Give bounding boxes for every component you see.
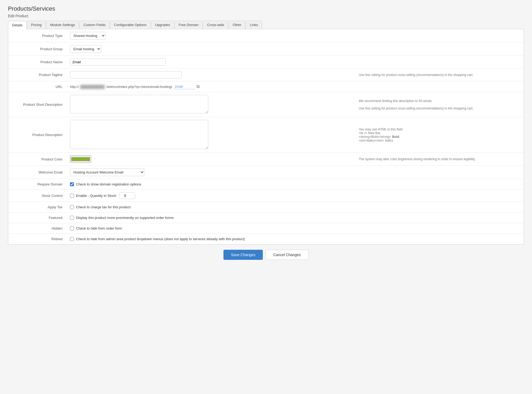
tab-upgrades[interactable]: Upgrades: [151, 21, 174, 29]
featured-row: Featured Display this product more promi…: [8, 213, 524, 223]
short-desc-help2: Use this setting for product cross-selli…: [359, 107, 473, 110]
apply-tax-row: Apply Tax Check to charge tax for this p…: [8, 202, 524, 213]
product-desc-label: Product Description: [8, 117, 67, 153]
welcome-email-label: Welcome Email: [8, 166, 67, 179]
retired-checkbox-label[interactable]: Check to hide from admin area product dr…: [70, 237, 521, 241]
product-desc-cell: [67, 117, 355, 153]
hidden-row: Hidden Check to hide from order form: [8, 223, 524, 234]
product-desc-textarea[interactable]: [70, 120, 208, 149]
tab-details[interactable]: Details: [8, 21, 27, 29]
product-desc-help4: <em>Italics</em> Italics: [359, 139, 393, 142]
product-type-cell: Shared Hosting Reseller Hosting Server/V…: [67, 29, 355, 43]
tabs-bar: Details Pricing Module Settings Custom F…: [8, 21, 524, 29]
retired-row: Retired Check to hide from admin area pr…: [8, 234, 524, 244]
stock-qty-input[interactable]: [119, 192, 135, 199]
tab-custom-fields[interactable]: Custom Fields: [80, 21, 110, 29]
tab-free-domain[interactable]: Free Domain: [174, 21, 202, 29]
featured-cell: Display this product more prominently on…: [67, 213, 355, 223]
featured-label: Featured: [8, 213, 67, 223]
short-desc-help1: We recommend limiting this description t…: [359, 99, 433, 103]
product-tagline-input[interactable]: [70, 71, 182, 78]
apply-tax-label: Apply Tax: [8, 202, 67, 213]
details-panel: Product Type Shared Hosting Reseller Hos…: [8, 29, 524, 244]
product-group-label: Product Group: [8, 43, 67, 56]
url-path: /whmcs/index.php?rp=/store/email-hosting…: [106, 85, 172, 89]
copy-url-icon[interactable]: ⧉: [197, 84, 200, 89]
welcome-email-row: Welcome Email Hosting Account Welcome Em…: [8, 166, 524, 179]
short-desc-help: We recommend limiting this description t…: [355, 92, 524, 117]
featured-checkbox-label[interactable]: Display this product more prominently on…: [70, 216, 351, 220]
stock-control-cell: Enable - Quantity in Stock:: [67, 190, 355, 202]
featured-text: Display this product more prominently on…: [76, 216, 174, 220]
stock-control-checkbox[interactable]: [70, 194, 74, 198]
footer-actions: Save Changes Cancel Changes: [8, 244, 524, 262]
tab-other[interactable]: Other: [229, 21, 246, 29]
stock-control-label: Stock Control: [8, 190, 67, 202]
page-subtitle: Edit Product: [8, 14, 524, 18]
tab-cross-sells[interactable]: Cross-sells: [203, 21, 228, 29]
product-name-row: Product Name: [8, 56, 524, 69]
product-color-cell: [67, 153, 355, 166]
url-row: URL http:// ██████████ /whmcs/index.php?…: [8, 81, 524, 92]
require-domain-checkbox[interactable]: [70, 182, 74, 186]
short-desc-row: Product Short Description We recommend l…: [8, 92, 524, 117]
url-slug-input[interactable]: zmail: [174, 84, 195, 89]
short-desc-label: Product Short Description: [8, 92, 67, 117]
hidden-checkbox-label[interactable]: Check to hide from order form: [70, 226, 351, 230]
apply-tax-checkbox-label[interactable]: Check to charge tax for this product: [70, 205, 351, 209]
retired-cell: Check to hide from admin area product dr…: [67, 234, 524, 244]
retired-checkbox[interactable]: [70, 237, 74, 241]
hidden-cell: Check to hide from order form: [67, 223, 355, 234]
product-color-label: Product Color: [8, 153, 67, 166]
product-desc-row: Product Description You may use HTML in …: [8, 117, 524, 153]
page-title: Products/Services: [8, 5, 524, 12]
require-domain-row: Require Domain Check to show domain regi…: [8, 179, 524, 190]
form-table: Product Type Shared Hosting Reseller Hos…: [8, 29, 524, 244]
url-cell: http:// ██████████ /whmcs/index.php?rp=/…: [67, 81, 355, 92]
product-group-select[interactable]: Email hosting Web Hosting VPS Hosting: [70, 45, 101, 53]
save-button[interactable]: Save Changes: [223, 250, 263, 260]
stock-control-container: Enable - Quantity in Stock:: [70, 192, 351, 199]
welcome-email-select[interactable]: Hosting Account Welcome Email None Defau…: [70, 168, 144, 176]
url-prefix: http://: [70, 85, 79, 89]
product-type-select[interactable]: Shared Hosting Reseller Hosting Server/V…: [70, 32, 106, 40]
hidden-label: Hidden: [8, 223, 67, 234]
product-color-input[interactable]: [70, 155, 91, 163]
product-color-help: The system may alter color brightness du…: [355, 153, 524, 166]
tab-pricing[interactable]: Pricing: [27, 21, 46, 29]
product-type-row: Product Type Shared Hosting Reseller Hos…: [8, 29, 524, 43]
product-desc-help: You may use HTML in this field <br /> Ne…: [355, 117, 524, 153]
featured-checkbox[interactable]: [70, 216, 74, 220]
product-tagline-help: Use this setting for product cross-selli…: [355, 69, 524, 81]
url-label: URL: [8, 81, 67, 92]
apply-tax-checkbox[interactable]: [70, 205, 74, 209]
short-desc-textarea[interactable]: [70, 95, 208, 113]
tab-module-settings[interactable]: Module Settings: [46, 21, 79, 29]
tab-links[interactable]: Links: [246, 21, 262, 29]
product-name-input[interactable]: [70, 58, 166, 66]
retired-label: Retired: [8, 234, 67, 244]
product-tagline-row: Product Tagline Use this setting for pro…: [8, 69, 524, 81]
require-domain-cell: Check to show domain registration option…: [67, 179, 355, 190]
hidden-checkbox[interactable]: [70, 226, 74, 230]
apply-tax-text: Check to charge tax for this product: [76, 205, 131, 209]
product-desc-help1: You may use HTML in this field: [359, 128, 403, 131]
welcome-email-cell: Hosting Account Welcome Email None Defau…: [67, 166, 355, 179]
url-domain-blurred: ██████████: [80, 85, 105, 89]
tab-configurable-options[interactable]: Configurable Options: [110, 21, 151, 29]
stock-control-row: Stock Control Enable - Quantity in Stock…: [8, 190, 524, 202]
product-tagline-cell: [67, 69, 355, 81]
product-desc-help3: <strong>Bold</strong> Bold: [359, 135, 399, 139]
require-domain-text: Check to show domain registration option…: [76, 182, 141, 186]
product-name-label: Product Name: [8, 56, 67, 69]
url-container: http:// ██████████ /whmcs/index.php?rp=/…: [70, 84, 351, 89]
short-desc-cell: [67, 92, 355, 117]
apply-tax-cell: Check to charge tax for this product: [67, 202, 355, 213]
require-domain-checkbox-label[interactable]: Check to show domain registration option…: [70, 182, 351, 186]
hidden-text: Check to hide from order form: [76, 226, 122, 230]
product-group-cell: Email hosting Web Hosting VPS Hosting: [67, 43, 355, 56]
product-tagline-label: Product Tagline: [8, 69, 67, 81]
cancel-button[interactable]: Cancel Changes: [265, 250, 309, 260]
retired-text: Check to hide from admin area product dr…: [76, 237, 245, 241]
product-name-cell: [67, 56, 355, 69]
